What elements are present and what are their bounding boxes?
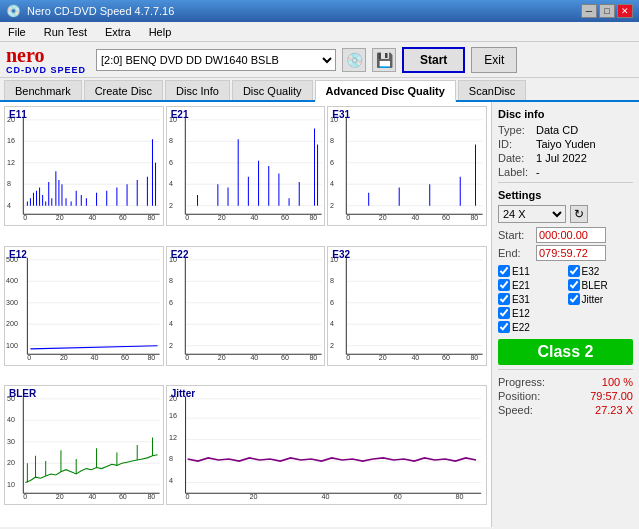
disc-date-value: 1 Jul 2022	[536, 152, 587, 164]
svg-text:8: 8	[7, 179, 11, 188]
checkboxes-area: E11 E32 E21 BLER E31 Jitter E12 E22	[498, 265, 633, 333]
chart-E31-title: E31	[332, 109, 350, 120]
menu-bar: File Run Test Extra Help	[0, 22, 639, 42]
speed-select[interactable]: 24 X Max 4 X 8 X 16 X 32 X 48 X	[498, 205, 566, 223]
main-content: E11 20 16 12 8 4 0 20 40 60 80	[0, 102, 639, 527]
chart-E12-title: E12	[9, 249, 27, 260]
start-time-row: Start:	[498, 227, 633, 243]
refresh-button[interactable]: ↻	[570, 205, 588, 223]
chart-E22-svg: 10 8 6 4 2 0 20 40 60 80	[167, 247, 325, 365]
svg-text:30: 30	[7, 437, 15, 446]
chart-E11-svg: 20 16 12 8 4 0 20 40 60 80	[5, 107, 163, 225]
checkbox-empty1	[568, 307, 634, 319]
checkbox-E21-label[interactable]: E21	[498, 279, 564, 291]
svg-text:16: 16	[7, 136, 15, 145]
tab-disc-quality[interactable]: Disc Quality	[232, 80, 313, 100]
cd-icon-button[interactable]: 💿	[342, 48, 366, 72]
svg-text:2: 2	[330, 201, 334, 210]
disc-id-label: ID:	[498, 138, 536, 150]
checkbox-E32[interactable]	[568, 265, 580, 277]
svg-text:4: 4	[330, 319, 334, 328]
svg-text:8: 8	[169, 136, 173, 145]
progress-section: Progress: 100 % Position: 79:57.00 Speed…	[498, 376, 633, 416]
app-icon: 💿	[6, 4, 21, 18]
disc-date-row: Date: 1 Jul 2022	[498, 152, 633, 164]
tab-benchmark[interactable]: Benchmark	[4, 80, 82, 100]
speed-row-2: Speed: 27.23 X	[498, 404, 633, 416]
disc-info-title: Disc info	[498, 108, 633, 120]
start-time-input[interactable]	[536, 227, 606, 243]
checkbox-E32-label[interactable]: E32	[568, 265, 634, 277]
chart-E12: E12 500 400 300 200 100 0 20 40 60 80	[4, 246, 164, 366]
checkbox-BLER-label[interactable]: BLER	[568, 279, 634, 291]
chart-E22-title: E22	[171, 249, 189, 260]
checkbox-E12-label[interactable]: E12	[498, 307, 564, 319]
info-panel: Disc info Type: Data CD ID: Taiyo Yuden …	[491, 102, 639, 527]
disc-type-row: Type: Data CD	[498, 124, 633, 136]
tab-disc-info[interactable]: Disc Info	[165, 80, 230, 100]
exit-button[interactable]: Exit	[471, 47, 517, 73]
save-icon-button[interactable]: 💾	[372, 48, 396, 72]
minimize-button[interactable]: ─	[581, 4, 597, 18]
nero-logo: nero	[6, 45, 45, 65]
chart-E32: E32 10 8 6 4 2 0 20 40 60 80	[327, 246, 487, 366]
checkbox-Jitter[interactable]	[568, 293, 580, 305]
checkbox-E31-label[interactable]: E31	[498, 293, 564, 305]
position-value: 79:57.00	[590, 390, 633, 402]
checkbox-E31[interactable]	[498, 293, 510, 305]
tab-scandisc[interactable]: ScanDisc	[458, 80, 526, 100]
svg-text:8: 8	[330, 136, 334, 145]
svg-text:4: 4	[169, 476, 173, 485]
tab-create-disc[interactable]: Create Disc	[84, 80, 163, 100]
svg-text:8: 8	[169, 276, 173, 285]
chart-E12-svg: 500 400 300 200 100 0 20 40 60 80	[5, 247, 163, 365]
end-time-input[interactable]	[536, 245, 606, 261]
svg-text:400: 400	[6, 276, 18, 285]
chart-E21-svg: 10 8 6 4 2 0 20 40 60 80	[167, 107, 325, 225]
svg-text:2: 2	[169, 340, 173, 349]
checkbox-E11[interactable]	[498, 265, 510, 277]
position-row: Position: 79:57.00	[498, 390, 633, 402]
end-time-row: End:	[498, 245, 633, 261]
checkbox-Jitter-label[interactable]: Jitter	[568, 293, 634, 305]
checkbox-E22[interactable]	[498, 321, 510, 333]
tab-advanced-disc-quality[interactable]: Advanced Disc Quality	[315, 80, 456, 102]
settings-title: Settings	[498, 189, 633, 201]
svg-text:10: 10	[7, 480, 15, 489]
disc-type-label: Type:	[498, 124, 536, 136]
speed-value: 27.23 X	[595, 404, 633, 416]
checkbox-E11-label[interactable]: E11	[498, 265, 564, 277]
checkbox-E22-label[interactable]: E22	[498, 321, 564, 333]
svg-text:16: 16	[169, 411, 177, 420]
svg-text:2: 2	[169, 201, 173, 210]
menu-extra[interactable]: Extra	[101, 24, 135, 40]
drive-select[interactable]: [2:0] BENQ DVD DD DW1640 BSLB	[96, 49, 336, 71]
close-button[interactable]: ✕	[617, 4, 633, 18]
chart-E31-svg: 10 8 6 4 2 0 20 40 60 80	[328, 107, 486, 225]
nero-sub-logo: CD-DVD SPEED	[6, 65, 86, 75]
svg-text:100: 100	[6, 340, 18, 349]
maximize-button[interactable]: □	[599, 4, 615, 18]
checkbox-E12[interactable]	[498, 307, 510, 319]
menu-runtest[interactable]: Run Test	[40, 24, 91, 40]
svg-text:6: 6	[330, 297, 334, 306]
progress-row: Progress: 100 %	[498, 376, 633, 388]
checkbox-BLER[interactable]	[568, 279, 580, 291]
disc-date-label: Date:	[498, 152, 536, 164]
chart-Jitter: Jitter 20 16 12 8 4 0 20 40 60 80	[166, 385, 487, 505]
start-button[interactable]: Start	[402, 47, 465, 73]
disc-type-value: Data CD	[536, 124, 578, 136]
title-bar-left: 💿 Nero CD-DVD Speed 4.7.7.16	[6, 4, 174, 18]
svg-text:4: 4	[330, 179, 334, 188]
chart-Jitter-svg: 20 16 12 8 4 0 20 40 60 80	[167, 386, 486, 504]
svg-text:4: 4	[169, 179, 173, 188]
progress-value: 100 %	[602, 376, 633, 388]
checkbox-E21[interactable]	[498, 279, 510, 291]
svg-text:4: 4	[169, 319, 173, 328]
disc-label-label: Label:	[498, 166, 536, 178]
position-label: Position:	[498, 390, 540, 402]
start-label: Start:	[498, 229, 536, 241]
menu-help[interactable]: Help	[145, 24, 176, 40]
disc-label-value: -	[536, 166, 540, 178]
menu-file[interactable]: File	[4, 24, 30, 40]
